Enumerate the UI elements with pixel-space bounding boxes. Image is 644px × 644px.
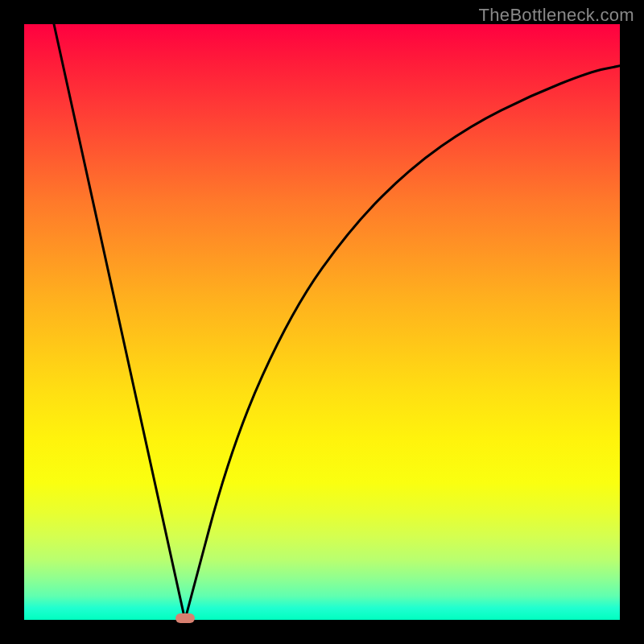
bottleneck-curve (24, 24, 620, 620)
watermark-text: TheBottleneck.com (479, 5, 634, 26)
optimum-marker (175, 613, 195, 623)
